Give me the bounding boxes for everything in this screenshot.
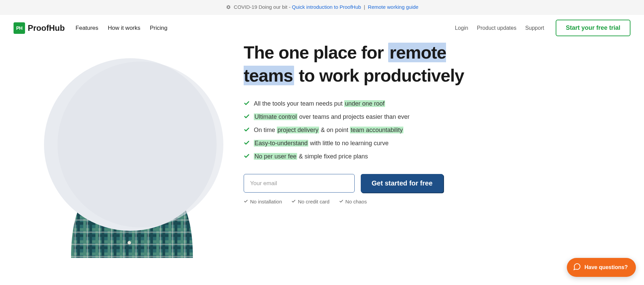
svg-line-6 <box>229 8 229 8</box>
sub-check-label: No installation <box>250 199 282 204</box>
bullet-item: All the tools your team needs put under … <box>244 99 481 109</box>
nav-product-updates[interactable]: Product updates <box>477 25 516 31</box>
bullet-text: On time project delivery & on point team… <box>254 126 403 135</box>
nav-how-it-works[interactable]: How it works <box>108 25 140 31</box>
bullet-text: Easy-to-understand with little to no lea… <box>254 139 388 148</box>
svg-line-5 <box>227 6 227 6</box>
announcement-bar: COVID-19 Doing our bit - Quick introduct… <box>0 0 644 15</box>
tick-icon <box>244 199 248 204</box>
sub-check-item: No installation <box>244 199 282 204</box>
hero-content: The one place for remote teams to work p… <box>223 41 481 204</box>
logo-text: ProofHub <box>28 23 65 33</box>
start-trial-button[interactable]: Start your free trial <box>556 20 630 36</box>
announcement-link-intro[interactable]: Quick introduction to ProofHub <box>292 4 361 10</box>
sub-checks: No installation No credit card No chaos <box>244 199 481 204</box>
svg-point-22 <box>128 241 131 244</box>
hero-title: The one place for remote teams to work p… <box>244 41 481 87</box>
sub-check-label: No credit card <box>298 199 329 204</box>
svg-line-8 <box>229 6 229 6</box>
announcement-link-remote[interactable]: Remote working guide <box>368 4 418 10</box>
bullet-item: No per user fee & simple fixed price pla… <box>244 152 481 162</box>
virus-icon <box>226 4 231 11</box>
svg-line-7 <box>227 8 227 8</box>
nav-features[interactable]: Features <box>75 25 98 31</box>
signup-row: Get started for free <box>244 174 481 193</box>
tick-icon <box>291 199 296 204</box>
bullet-item: Ultimate control over teams and projects… <box>244 112 481 122</box>
logo[interactable]: PH ProofHub <box>14 22 65 34</box>
hero-image-container <box>41 51 223 258</box>
navbar: PH ProofHub Features How it works Pricin… <box>0 15 644 41</box>
tick-icon <box>339 199 343 204</box>
check-icon <box>244 153 250 162</box>
covid-text: COVID-19 Doing our bit - <box>234 4 292 10</box>
check-icon <box>244 100 250 109</box>
bullet-item: Easy-to-understand with little to no lea… <box>244 139 481 149</box>
sub-check-item: No chaos <box>339 199 367 204</box>
nav-pricing[interactable]: Pricing <box>150 25 168 31</box>
hero-title-post: to work productively <box>294 66 464 85</box>
nav-primary: Features How it works Pricing <box>75 25 167 31</box>
nav-support[interactable]: Support <box>525 25 544 31</box>
hero-bg-circle-inner <box>58 62 223 227</box>
check-icon <box>244 126 250 135</box>
nav-secondary: Login Product updates Support Start your… <box>455 20 630 36</box>
hero-section: The one place for remote teams to work p… <box>0 41 644 258</box>
bullet-text: All the tools your team needs put under … <box>254 99 385 108</box>
sub-check-item: No credit card <box>291 199 329 204</box>
sub-check-label: No chaos <box>346 199 367 204</box>
check-icon <box>244 139 250 149</box>
hero-title-pre: The one place for <box>244 43 388 62</box>
email-input[interactable] <box>244 174 355 193</box>
logo-mark: PH <box>14 22 25 34</box>
hero-bullets: All the tools your team needs put under … <box>244 99 481 162</box>
svg-point-0 <box>227 6 229 8</box>
nav-login[interactable]: Login <box>455 25 468 31</box>
get-started-button[interactable]: Get started for free <box>361 174 443 193</box>
bullet-item: On time project delivery & on point team… <box>244 126 481 135</box>
check-icon <box>244 113 250 122</box>
bullet-text: Ultimate control over teams and projects… <box>254 112 409 122</box>
bullet-text: No per user fee & simple fixed price pla… <box>254 152 368 161</box>
announcement-separator: | <box>364 4 365 10</box>
